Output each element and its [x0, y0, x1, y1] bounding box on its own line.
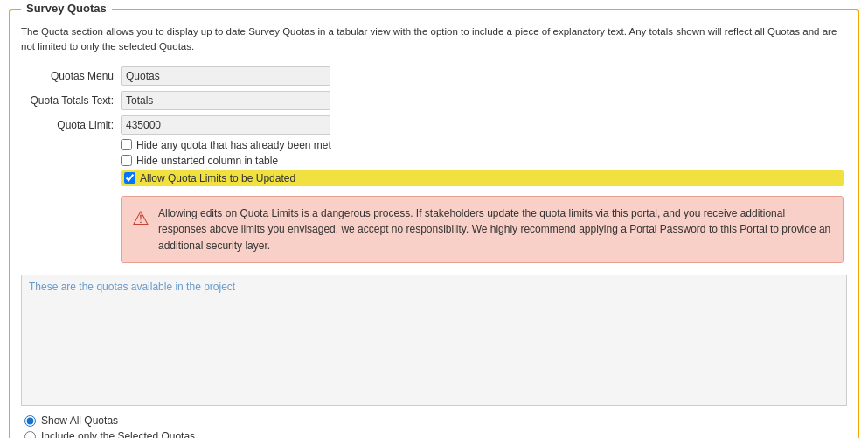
- quotas-menu-cell: [117, 64, 847, 88]
- quotas-menu-row: Quotas Menu: [21, 64, 847, 88]
- hide-unstarted-checkbox[interactable]: [121, 155, 132, 166]
- hide-met-row: Hide any quota that has already been met: [21, 137, 847, 153]
- quota-limit-cell: [117, 113, 847, 137]
- allow-quota-checkbox[interactable]: [124, 172, 135, 184]
- quota-totals-row: Quota Totals Text:: [21, 88, 847, 113]
- hide-unstarted-text: Hide unstarted column in table: [136, 155, 278, 167]
- quotas-menu-input[interactable]: [121, 66, 330, 86]
- hide-met-label[interactable]: Hide any quota that has already been met: [121, 139, 844, 151]
- warning-icon: ⚠: [132, 207, 149, 230]
- warning-box: ⚠ Allowing edits on Quota Limits is a da…: [121, 196, 844, 264]
- allow-quota-row: Allow Quota Limits to be Updated: [21, 169, 847, 188]
- hide-unstarted-row: Hide unstarted column in table: [21, 153, 847, 169]
- warning-text: Allowing edits on Quota Limits is a dang…: [158, 205, 832, 254]
- show-all-radio-label[interactable]: Show All Quotas: [24, 414, 847, 427]
- show-all-text: Show All Quotas: [41, 414, 118, 427]
- allow-quota-label[interactable]: Allow Quota Limits to be Updated: [121, 170, 844, 186]
- quota-limit-label: Quota Limit:: [21, 113, 117, 137]
- show-all-radio[interactable]: [24, 415, 36, 427]
- hide-unstarted-label[interactable]: Hide unstarted column in table: [121, 155, 844, 167]
- quota-limit-row: Quota Limit:: [21, 113, 847, 137]
- include-selected-radio[interactable]: [24, 431, 36, 438]
- hide-met-text: Hide any quota that has already been met: [136, 139, 331, 151]
- hide-met-checkbox[interactable]: [121, 139, 132, 150]
- quota-limit-input[interactable]: [121, 115, 330, 135]
- quotas-menu-label: Quotas Menu: [21, 64, 117, 88]
- warning-row: ⚠ Allowing edits on Quota Limits is a da…: [21, 188, 847, 267]
- form-table: Quotas Menu Quota Totals Text: Quota Lim…: [21, 64, 847, 267]
- include-selected-radio-label[interactable]: Include only the Selected Quotas: [24, 430, 847, 438]
- allow-quota-text: Allow Quota Limits to be Updated: [140, 172, 295, 184]
- quota-totals-cell: [117, 88, 847, 113]
- panel-description: The Quota section allows you to display …: [21, 24, 847, 55]
- radio-section: Show All Quotas Include only the Selecte…: [21, 414, 847, 438]
- quota-totals-label: Quota Totals Text:: [21, 88, 117, 113]
- survey-quotas-panel: Survey Quotas The Quota section allows y…: [9, 9, 859, 438]
- include-selected-text: Include only the Selected Quotas: [41, 430, 195, 438]
- quota-totals-input[interactable]: [121, 91, 330, 110]
- quota-placeholder: These are the quotas available in the pr…: [29, 281, 235, 293]
- quota-textarea-wrapper[interactable]: These are the quotas available in the pr…: [21, 275, 847, 406]
- panel-title: Survey Quotas: [21, 2, 112, 15]
